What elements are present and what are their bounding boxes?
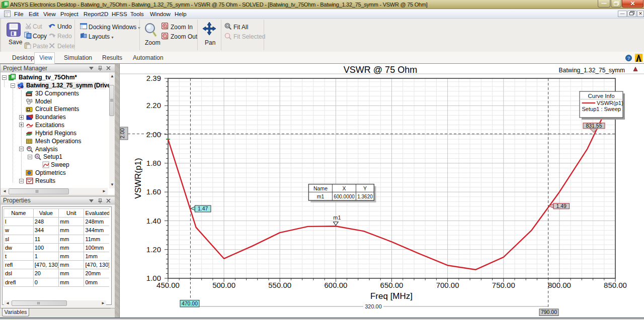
svg-text:Y: Y (363, 185, 367, 191)
svg-text:1.20: 1.20 (146, 245, 161, 254)
svg-text:Batwing_1.32_75_symm: Batwing_1.32_75_symm (559, 67, 625, 74)
svg-text:m1: m1 (317, 193, 325, 199)
svg-text:13: 13 (27, 108, 30, 111)
svg-text:Curve Info: Curve Info (588, 93, 614, 99)
svg-text:470.00: 470.00 (182, 300, 198, 306)
svg-text:800.00: 800.00 (548, 281, 571, 289)
svg-text:600.0000: 600.0000 (334, 194, 355, 199)
svg-text:2.39: 2.39 (146, 74, 161, 82)
svg-text:550.00: 550.00 (268, 281, 291, 289)
svg-text:VSWR(p1): VSWR(p1) (133, 158, 143, 198)
svg-text:Setup1 : Sweep: Setup1 : Sweep (582, 106, 621, 112)
svg-text:790.00: 790.00 (541, 309, 557, 315)
svg-text:1.49: 1.49 (556, 203, 567, 209)
svg-text:Freq [MHz]: Freq [MHz] (370, 291, 413, 301)
svg-text:700.00: 700.00 (436, 281, 459, 289)
svg-text:320.00: 320.00 (365, 303, 382, 309)
svg-text:2.00: 2.00 (146, 130, 161, 139)
svg-text:VSWR @ 75 Ohm: VSWR @ 75 Ohm (344, 65, 417, 75)
svg-text:750.00: 750.00 (492, 281, 515, 289)
svg-text:831.55: 831.55 (586, 123, 602, 129)
svg-text:600.00: 600.00 (324, 281, 347, 289)
svg-text:1.80: 1.80 (146, 159, 161, 167)
svg-text:?: ? (627, 56, 630, 61)
svg-text:450.00: 450.00 (156, 281, 180, 289)
svg-text:1.3620: 1.3620 (357, 194, 373, 199)
svg-text:2.00: 2.00 (120, 128, 125, 139)
svg-text:VSWR(p1): VSWR(p1) (597, 100, 623, 106)
svg-text:X: X (342, 185, 346, 191)
svg-text:1.40: 1.40 (146, 217, 161, 225)
svg-text:Name: Name (313, 185, 328, 191)
svg-text:500.00: 500.00 (212, 281, 235, 289)
svg-text:1.47: 1.47 (198, 205, 208, 211)
svg-text:1.60: 1.60 (146, 187, 161, 196)
svg-text:2.20: 2.20 (146, 101, 161, 110)
svg-text:850.00: 850.00 (604, 281, 627, 289)
svg-text:m1: m1 (333, 215, 341, 221)
svg-text:650.00: 650.00 (380, 281, 404, 289)
